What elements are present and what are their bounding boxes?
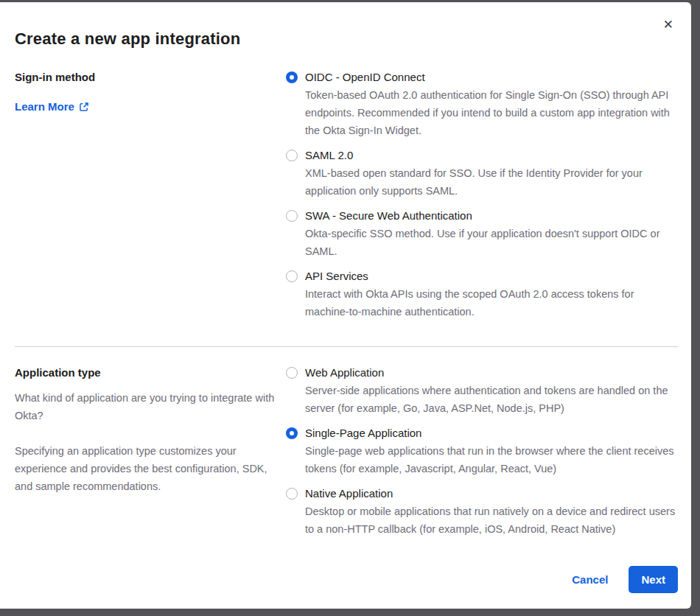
cancel-button[interactable]: Cancel (572, 573, 608, 586)
radio-button-api-services[interactable] (286, 270, 298, 282)
radio-option-description: Okta-specific SSO method. Use if your ap… (305, 225, 678, 260)
radio-option-label: SWA - Secure Web Authentication (305, 207, 678, 225)
dialog-footer: Cancel Next (15, 566, 678, 593)
application-type-help-text-1: What kind of application are you trying … (15, 389, 286, 424)
close-icon[interactable]: ✕ (663, 18, 673, 31)
radio-option-description: Interact with Okta APIs using the scoped… (305, 285, 678, 321)
radio-option-description: XML-based open standard for SSO. Use if … (305, 164, 678, 200)
radio-button-oidc[interactable] (286, 71, 298, 83)
application-type-radio-group: Web Application Server-side applications… (286, 364, 678, 538)
next-button[interactable]: Next (629, 566, 678, 593)
external-link-icon (79, 102, 89, 112)
radio-button-single-page-application[interactable] (286, 427, 298, 439)
learn-more-label: Learn More (15, 98, 74, 116)
radio-option-web-application[interactable]: Web Application Server-side applications… (286, 364, 678, 417)
sign-in-method-label: Sign-in method (15, 69, 286, 86)
radio-option-label: OIDC - OpenID Connect (305, 69, 678, 86)
section-divider (15, 346, 678, 347)
radio-option-label: Single-Page Application (305, 424, 678, 442)
radio-option-description: Server-side applications where authentic… (305, 382, 678, 417)
radio-button-native-application[interactable] (286, 488, 298, 500)
create-app-integration-dialog: ✕ Create a new app integration Sign-in m… (0, 2, 691, 609)
radio-button-web-application[interactable] (286, 367, 298, 379)
learn-more-link[interactable]: Learn More (15, 98, 89, 116)
radio-option-single-page-application[interactable]: Single-Page Application Single-page web … (286, 424, 678, 477)
radio-option-label: SAML 2.0 (305, 147, 678, 164)
radio-option-label: Web Application (305, 364, 678, 382)
radio-option-native-application[interactable]: Native Application Desktop or mobile app… (286, 485, 678, 538)
radio-button-swa[interactable] (286, 210, 298, 222)
sign-in-method-radio-group: OIDC - OpenID Connect Token-based OAuth … (286, 69, 678, 321)
application-type-left-column: Application type What kind of applicatio… (15, 364, 286, 505)
page-title: Create a new app integration (15, 29, 678, 49)
application-type-section: Application type What kind of applicatio… (15, 364, 678, 538)
radio-option-label: Native Application (305, 485, 678, 503)
radio-option-swa[interactable]: SWA - Secure Web Authentication Okta-spe… (286, 207, 678, 260)
radio-option-description: Single-page web applications that run in… (305, 442, 678, 477)
radio-option-api-services[interactable]: API Services Interact with Okta APIs usi… (286, 267, 678, 321)
sign-in-method-section: Sign-in method Learn More OIDC - OpenID … (15, 69, 678, 321)
radio-option-label: API Services (305, 267, 678, 285)
radio-button-saml[interactable] (286, 150, 298, 161)
radio-option-description: Token-based OAuth 2.0 authentication for… (305, 86, 678, 139)
application-type-help-text-2: Specifying an application type customize… (15, 442, 286, 495)
radio-option-oidc[interactable]: OIDC - OpenID Connect Token-based OAuth … (286, 69, 678, 139)
application-type-label: Application type (15, 364, 286, 382)
sign-in-method-left-column: Sign-in method Learn More (15, 69, 286, 116)
radio-option-description: Desktop or mobile applications that run … (305, 503, 678, 538)
radio-option-saml[interactable]: SAML 2.0 XML-based open standard for SSO… (286, 147, 678, 200)
